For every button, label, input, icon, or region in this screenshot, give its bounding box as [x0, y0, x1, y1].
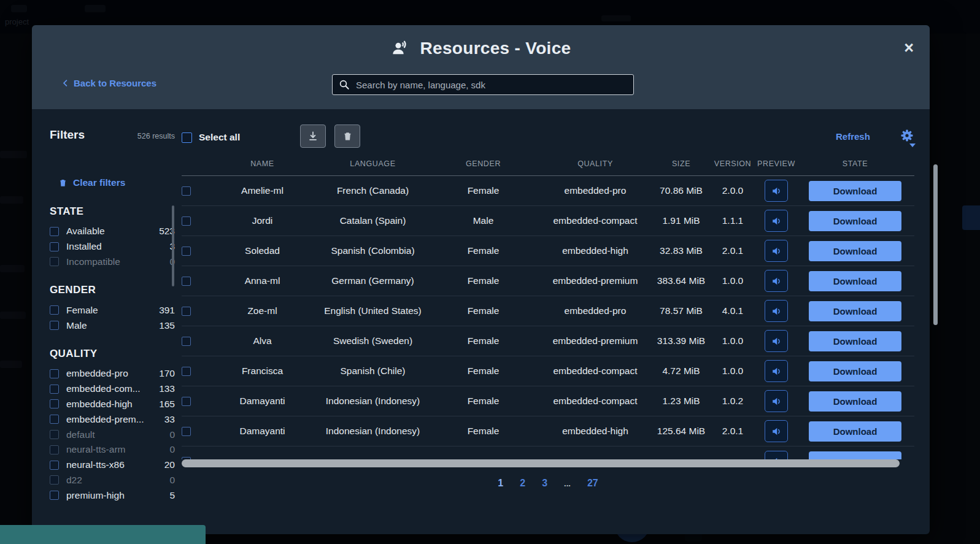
vertical-scrollbar[interactable] [933, 164, 938, 325]
page-link[interactable]: 3 [542, 478, 547, 489]
cell-gender: Female [430, 185, 537, 196]
checkbox-icon[interactable] [50, 305, 59, 315]
row-checkbox[interactable] [182, 247, 191, 256]
filter-option[interactable]: Female 391 [50, 302, 175, 318]
filter-section-title: QUALITY [50, 348, 175, 360]
checkbox-icon[interactable] [50, 321, 59, 330]
cell-gender: Female [430, 366, 537, 377]
sidebar-scrollbar[interactable] [172, 205, 174, 286]
clear-filters-button[interactable]: Clear filters [58, 177, 175, 188]
download-button[interactable]: Download [809, 421, 901, 442]
filter-option[interactable]: Available 523 [50, 224, 175, 239]
checkbox-icon[interactable] [50, 475, 59, 485]
checkbox-icon[interactable] [50, 445, 59, 454]
cell-language: Spanish (Chile) [316, 366, 430, 377]
table-row: Jordi Catalan (Spain) Male embedded-comp… [182, 206, 914, 236]
filter-option[interactable]: embedded-com... 133 [50, 381, 175, 397]
dialog-title: Resources - Voice [420, 39, 571, 58]
cell-quality: embedded-compact [537, 215, 654, 226]
cell-quality: embedded-premium [537, 275, 654, 286]
download-button[interactable]: Download [809, 391, 901, 412]
page-link[interactable]: 1 [498, 478, 503, 489]
checkbox-icon[interactable] [50, 415, 59, 424]
filter-option-label: embedded-high [66, 399, 156, 410]
filters-heading: Filters [50, 128, 85, 142]
filter-option[interactable]: neural-tts-x86 20 [50, 458, 175, 473]
page-link[interactable]: 27 [587, 478, 598, 489]
filter-option[interactable]: premium-high 5 [50, 488, 175, 503]
column-header: GENDER [430, 159, 537, 168]
trash-icon [58, 178, 68, 188]
column-header: VERSION [709, 159, 757, 168]
filter-option[interactable]: neural-tts-arm 0 [50, 442, 175, 458]
search-icon [339, 79, 350, 90]
checkbox-icon[interactable] [50, 369, 59, 378]
search-box[interactable] [332, 74, 634, 95]
checkbox-icon[interactable] [50, 385, 59, 394]
preview-speaker-icon[interactable] [765, 210, 788, 232]
filter-option[interactable]: Incompatible 0 [50, 255, 175, 270]
cell-version: 2.0.0 [709, 185, 757, 196]
checkbox-icon[interactable] [50, 242, 59, 251]
search-input[interactable] [356, 80, 627, 90]
row-checkbox[interactable] [182, 337, 191, 346]
cell-quality: embedded-compact [537, 366, 654, 377]
cell-gender: Female [430, 305, 537, 316]
download-button[interactable]: Download [809, 271, 901, 291]
filter-option[interactable]: embedded-high 165 [50, 397, 175, 412]
cell-name: Amelie-ml [209, 185, 316, 196]
filter-option[interactable]: embedded-prem... 33 [50, 412, 175, 427]
cell-size: 313.39 MiB [654, 335, 709, 347]
back-to-resources-link[interactable]: Back to Resources [61, 78, 156, 88]
filter-option[interactable]: d22 0 [50, 473, 175, 488]
checkbox-icon[interactable] [182, 132, 192, 143]
checkbox-icon[interactable] [50, 430, 59, 439]
preview-speaker-icon[interactable] [765, 420, 788, 442]
back-link-label: Back to Resources [74, 78, 156, 88]
checkbox-icon[interactable] [50, 257, 59, 266]
download-button[interactable]: Download [809, 301, 901, 321]
select-all-checkbox[interactable]: Select all [182, 132, 240, 143]
page-link[interactable]: 2 [520, 478, 525, 489]
cell-size: 70.86 MiB [654, 185, 709, 196]
download-button[interactable]: Download [809, 241, 901, 261]
cell-quality: embedded-compact [537, 396, 654, 407]
checkbox-icon[interactable] [50, 227, 59, 236]
download-button[interactable]: Download [809, 331, 901, 351]
row-checkbox[interactable] [182, 216, 191, 226]
row-checkbox[interactable] [182, 307, 191, 316]
filter-option[interactable]: Male 135 [50, 318, 175, 333]
download-button[interactable]: Download [809, 361, 901, 381]
download-button[interactable]: Download [809, 181, 901, 201]
horizontal-scrollbar[interactable] [182, 459, 900, 467]
preview-speaker-icon[interactable] [765, 270, 788, 292]
preview-speaker-icon[interactable] [765, 390, 788, 412]
row-checkbox[interactable] [182, 277, 191, 286]
cell-version: 4.0.1 [709, 305, 757, 316]
preview-speaker-icon [765, 451, 788, 460]
row-checkbox[interactable] [182, 397, 191, 406]
filter-option-label: embedded-prem... [66, 414, 162, 425]
filter-option[interactable]: default 0 [50, 427, 175, 442]
preview-speaker-icon[interactable] [765, 240, 788, 262]
row-checkbox[interactable] [182, 186, 191, 196]
delete-selected-button[interactable] [334, 125, 360, 148]
preview-speaker-icon[interactable] [765, 360, 788, 382]
voices-table: NAMELANGUAGEGENDERQUALITYSIZEVERSIONPREV… [182, 151, 914, 459]
filter-option[interactable]: embedded-pro 170 [50, 366, 175, 381]
download-selected-button[interactable] [300, 125, 326, 148]
download-button[interactable]: Download [809, 211, 901, 231]
preview-speaker-icon[interactable] [765, 300, 788, 322]
refresh-button[interactable]: Refresh [836, 131, 870, 142]
preview-speaker-icon[interactable] [765, 180, 788, 202]
cell-size: 78.57 MiB [654, 305, 709, 316]
preview-speaker-icon[interactable] [765, 330, 788, 352]
row-checkbox[interactable] [182, 427, 191, 436]
cell-size: 1.91 MiB [654, 215, 709, 226]
checkbox-icon[interactable] [50, 399, 59, 408]
filter-option[interactable]: Installed 3 [50, 239, 175, 255]
close-icon[interactable]: × [904, 40, 914, 56]
checkbox-icon[interactable] [50, 491, 59, 500]
row-checkbox[interactable] [182, 367, 191, 376]
checkbox-icon[interactable] [50, 461, 59, 470]
